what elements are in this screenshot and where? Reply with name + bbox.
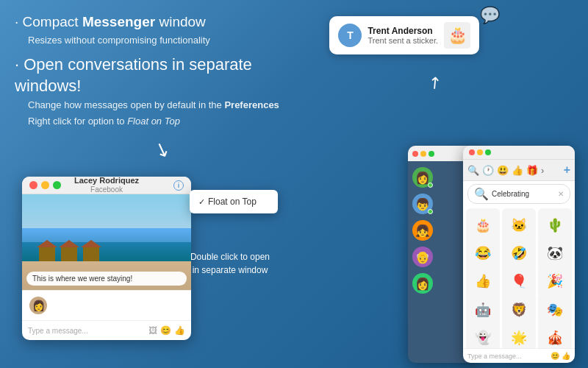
sticker-like-icon[interactable]: 👍 (562, 352, 570, 360)
conv-avatar-4: 👴 (412, 247, 433, 267)
conv-avatar-5: 👩 (412, 273, 433, 294)
feature2-headline: · Open conversations in separate windows… (15, 54, 301, 96)
notif-avatar: T (338, 24, 362, 47)
fb-icon: 💬 (480, 6, 500, 25)
avatar-wrapper-2: 👦 (412, 194, 433, 214)
chat-input-area[interactable]: Type a message... 🖼 😊 👍 (22, 320, 191, 340)
conv-avatar-3: 👧 (412, 220, 433, 241)
search-icon-small: 🔍 (474, 187, 489, 201)
main-container: 💬 T Trent Anderson Trent sent a sticker.… (0, 0, 588, 368)
minimize-button[interactable] (41, 181, 49, 189)
chat-action-icons: 🖼 😊 👍 (148, 325, 185, 336)
sticker-emoji-icon[interactable]: 😊 (551, 352, 559, 360)
avatar-wrapper-5: 👩 (412, 273, 433, 294)
arrow-to-window: ↙ (151, 136, 173, 163)
feature1-item: · Compact Messenger window Resizes witho… (15, 13, 301, 47)
notification-bubble: T Trent Anderson Trent sent a sticker. 🎂 (329, 16, 479, 54)
online-dot-2 (428, 209, 433, 214)
notif-sticker: 🎂 (444, 22, 470, 49)
message-area: 👩 (22, 290, 191, 320)
search-icon[interactable]: 🔍 (467, 165, 479, 176)
notif-name: Trent Anderson (368, 26, 438, 36)
minion-icon[interactable]: 😃 (497, 165, 509, 176)
double-click-label: Double click to openin separate window (190, 250, 270, 277)
arrow-to-notif: ↗ (423, 71, 446, 94)
feature2-subtext2: Right click for option to Float on Top (28, 114, 301, 129)
check-icon: ✓ (198, 197, 205, 207)
conv-minimize[interactable] (420, 151, 426, 157)
sticker-search-input[interactable]: Celebrating (492, 190, 555, 198)
search-clear-icon[interactable]: ✕ (558, 190, 564, 198)
avatar-wrapper-4: 👴 (412, 247, 433, 267)
conv-close[interactable] (412, 151, 418, 157)
feature1-subtext: Resizes without compromising functionali… (28, 33, 301, 48)
image-icon[interactable]: 🖼 (148, 325, 157, 336)
feature1-headline: · Compact Messenger window (15, 14, 206, 29)
sticker-maximize[interactable] (485, 149, 491, 155)
sticker-window: 🔍 🕐 😃 👍 🎁 › + 🔍 Celebrating ✕ 🎂 🐱 🌵 😂 🤣 … (463, 146, 575, 363)
avatar-wrapper-1: 👩 (412, 167, 433, 188)
info-button[interactable]: i (173, 180, 184, 191)
sticker-grid: 🎂 🐱 🌵 😂 🤣 🐼 👍 🎈 🎉 🤖 🦁 🎭 👻 🌟 🎪 (463, 207, 575, 348)
sticker-toolbar: 🔍 🕐 😃 👍 🎁 › + (463, 160, 575, 181)
sticker-close[interactable] (469, 149, 475, 155)
user-avatar: 👩 (29, 297, 47, 314)
sticker-search-bar[interactable]: 🔍 Celebrating ✕ (467, 184, 570, 204)
avatar-wrapper-3: 👧 (412, 220, 433, 241)
sticker-chat-input[interactable]: Type a message... 😊 👍 (463, 348, 575, 363)
like-toolbar-icon[interactable]: 👍 (512, 165, 523, 176)
plus-icon[interactable]: + (564, 163, 570, 177)
sticker-minimize[interactable] (477, 149, 483, 155)
chat-input[interactable]: Type a message... (28, 327, 146, 335)
notif-message: Trent sent a sticker. (368, 36, 438, 45)
close-button[interactable] (29, 181, 37, 189)
context-menu: ✓ Float on Top (190, 190, 278, 213)
sticker-titlebar (463, 146, 575, 160)
text-section: · Compact Messenger window Resizes witho… (15, 13, 301, 134)
feature2-item: · Open conversations in separate windows… (15, 54, 301, 128)
notif-text: Trent Anderson Trent sent a sticker. (368, 26, 438, 45)
feature2-subtext1: Change how messages open by default in t… (28, 98, 301, 113)
messenger-window: Lacey Rodriquez Facebook i This is where… (22, 177, 191, 340)
chat-image: This is where we were staying! (22, 194, 191, 290)
clock-icon[interactable]: 🕐 (482, 165, 494, 176)
float-on-top-label: Float on Top (208, 197, 257, 207)
float-on-top-item[interactable]: ✓ Float on Top (190, 193, 278, 210)
sticker-15[interactable]: 🎪 (538, 321, 572, 348)
conv-maximize[interactable] (429, 151, 434, 157)
like-icon[interactable]: 👍 (174, 325, 185, 336)
emoji-icon[interactable]: 😊 (160, 325, 171, 336)
online-dot-1 (428, 183, 433, 188)
maximize-button[interactable] (53, 181, 61, 189)
chevron-icon[interactable]: › (541, 165, 544, 176)
bullet1: · (15, 14, 23, 29)
sticker-input-placeholder[interactable]: Type a message... (467, 353, 548, 360)
image-caption: This is where we were staying! (26, 272, 187, 286)
gift-icon[interactable]: 🎁 (526, 165, 538, 176)
sticker-13[interactable]: 👻 (466, 321, 500, 348)
messenger-titlebar: Lacey Rodriquez Facebook i (22, 177, 191, 194)
window-title: Lacey Rodriquez Facebook (74, 177, 139, 194)
sticker-14[interactable]: 🌟 (502, 321, 536, 348)
